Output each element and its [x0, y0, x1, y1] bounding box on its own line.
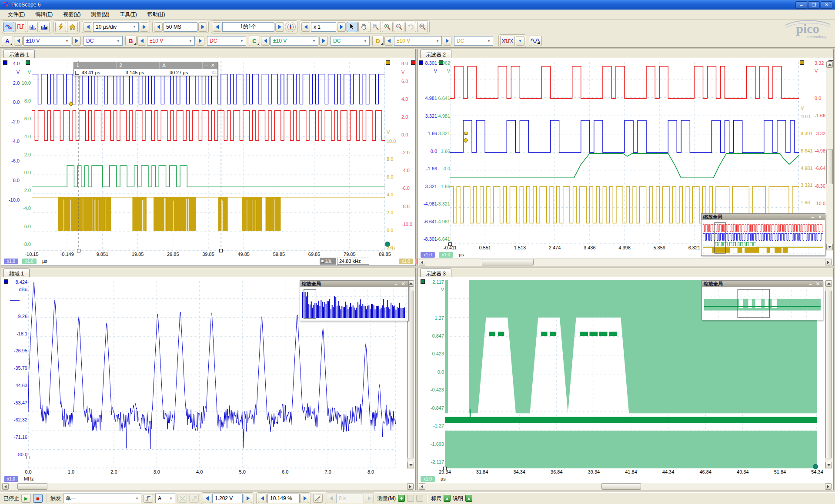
zoom-factor-prev-button[interactable]	[301, 22, 310, 32]
channel-a-range-prev[interactable]	[14, 36, 23, 46]
spectrum1-hscroll-thumb[interactable]	[17, 483, 47, 490]
zoom-overview-canvas[interactable]	[302, 289, 407, 319]
rulers-toggle-button[interactable]: ▲	[444, 495, 451, 502]
persistence-mode-button[interactable]	[15, 22, 26, 32]
zoom-full-tool-button[interactable]: 100	[417, 22, 428, 32]
channel-c-button[interactable]: C	[249, 36, 260, 46]
scroll-arrow-l[interactable]	[2, 483, 9, 490]
menu-measure[interactable]: 测量(M)	[87, 10, 114, 19]
stop-button[interactable]: ■	[33, 494, 43, 503]
scope2-vscroll-thumb[interactable]	[826, 149, 833, 184]
time-ruler-handle[interactable]	[77, 249, 80, 252]
segment-prev-button[interactable]	[213, 22, 221, 32]
zoom-overview-window[interactable]: 缩放全局– ✕	[300, 280, 409, 321]
channel-d-range-next[interactable]	[443, 36, 451, 46]
tab-scope3[interactable]: 示波器 3	[420, 269, 451, 277]
notes-toggle-button[interactable]: ▲	[465, 495, 472, 502]
channel-b-button[interactable]: B	[125, 36, 137, 46]
scroll-arrow-d[interactable]	[826, 244, 833, 250]
scope3-hscroll-thumb[interactable]	[601, 483, 641, 490]
ruler-tool-icon[interactable]	[313, 494, 323, 503]
minimize-button[interactable]: –	[795, 1, 807, 9]
tab-scope1[interactable]: 示波器 1	[3, 50, 35, 58]
scope-mode-button[interactable]	[3, 22, 14, 32]
channel-b-coupling-select[interactable]: DC▼	[207, 36, 246, 46]
scope3-vscroll-thumb[interactable]	[825, 291, 832, 458]
ruler-overlay-controls[interactable]: – ✕	[203, 62, 217, 69]
math-channels-button[interactable]	[529, 36, 542, 46]
persistence-spectrum-mode-button[interactable]	[39, 22, 50, 32]
channel-b-range-next[interactable]	[196, 36, 204, 46]
scope1-plot-canvas[interactable]	[32, 61, 385, 251]
channel-d-button[interactable]: D	[372, 36, 384, 46]
spectrum1-hscrollbar[interactable]	[1, 483, 414, 490]
marquee-zoom-tool-button[interactable]	[370, 22, 381, 32]
channel-d-range-select[interactable]: ±10 V▼	[394, 36, 442, 46]
channel-b-range-select[interactable]: ±10 V▼	[147, 36, 195, 46]
select-tool-button[interactable]	[347, 22, 357, 32]
scroll-arrow-l[interactable]	[419, 259, 425, 265]
scroll-arrow-r[interactable]	[407, 483, 414, 490]
trigger-edge-icon[interactable]	[144, 494, 153, 503]
ruler-checkbox[interactable]	[75, 71, 79, 75]
ruler-readout-overlay[interactable]: 12Δ– ✕43.41 µs3.145 µs40.27 µs⚿	[73, 62, 218, 76]
menu-help[interactable]: 帮助(H)	[143, 10, 170, 19]
menu-tools[interactable]: 工具(T)	[115, 10, 141, 19]
timebase-prev-button[interactable]	[84, 22, 92, 32]
spectrum-corner-handle[interactable]	[27, 456, 30, 459]
segment-next-button[interactable]	[275, 22, 284, 32]
timebase-next-button[interactable]	[140, 22, 148, 32]
compass-button[interactable]	[285, 22, 296, 32]
timebase-select[interactable]: 10 µs/div▼	[93, 22, 139, 32]
scroll-arrow-r[interactable]	[825, 259, 832, 265]
maximize-button[interactable]: ❐	[808, 1, 820, 9]
channel-a-range-next[interactable]	[72, 36, 81, 46]
scroll-arrow-u[interactable]	[826, 61, 833, 68]
digital-inputs-icon[interactable]	[500, 36, 515, 46]
tab-spectrum1[interactable]: 频域 1	[3, 269, 30, 277]
channel-c-range-select[interactable]: ±10 V▼	[271, 36, 318, 46]
inverse-delta-chip[interactable]: 1/Δ	[320, 258, 336, 265]
digital-inputs-dropdown[interactable]: ▼	[516, 36, 524, 46]
scroll-arrow-d[interactable]	[825, 462, 832, 468]
pre-trigger-up[interactable]	[301, 494, 309, 503]
trigger-source-select[interactable]: A▼	[155, 494, 175, 503]
zoom-overview-window[interactable]: 缩放全局– ✕	[701, 213, 825, 256]
zoom-factor-next-button[interactable]	[337, 22, 346, 32]
trigger-level-input[interactable]: 1.202 V	[212, 494, 243, 503]
menu-edit[interactable]: 编辑(E)	[31, 10, 57, 19]
scroll-arrow-d[interactable]	[407, 462, 414, 468]
scroll-arrow-l[interactable]	[419, 483, 425, 490]
channel-a-button[interactable]: A	[2, 36, 13, 46]
scroll-arrow-u[interactable]	[825, 280, 832, 287]
trigger-level-up[interactable]	[244, 494, 252, 503]
segment-input[interactable]: 1的1个	[222, 22, 274, 32]
channel-d-coupling-select[interactable]: DC▼	[454, 36, 493, 46]
lock-icon[interactable]: ⚿	[212, 70, 217, 75]
zoom-overview-controls[interactable]: – ✕	[812, 214, 823, 220]
channel-d-range-prev[interactable]	[384, 36, 393, 46]
zoom-overview-canvas[interactable]	[703, 222, 823, 254]
zoom-overview-controls[interactable]: – ✕	[809, 281, 821, 287]
channel-a-range-select[interactable]: ±10 V▼	[23, 36, 71, 46]
samples-next-button[interactable]	[198, 22, 207, 32]
close-button[interactable]: ✕	[821, 1, 832, 9]
scope2-hscrollbar[interactable]	[418, 259, 832, 266]
scroll-arrow-r[interactable]	[825, 483, 832, 490]
samples-input[interactable]: 50 MS	[164, 22, 197, 32]
channel-c-coupling-select[interactable]: DC▼	[331, 36, 370, 46]
alarms-button[interactable]	[55, 22, 66, 32]
time-ruler-handle[interactable]	[219, 249, 223, 252]
channel-c-range-prev[interactable]	[261, 36, 270, 46]
trigger-level-down[interactable]	[203, 494, 211, 503]
samples-prev-button[interactable]	[154, 22, 163, 32]
add-measurement-button[interactable]: ✚	[398, 495, 405, 502]
trigger-mode-select[interactable]: 单一▼	[63, 494, 141, 503]
trigger-position-handle[interactable]	[443, 467, 447, 470]
tab-scope2[interactable]: 示波器 2	[420, 50, 451, 58]
trigger-level-marker[interactable]	[464, 132, 468, 135]
spectrum-mode-button[interactable]	[27, 22, 38, 32]
zoom-overview-window[interactable]: 缩放全局– ✕	[701, 280, 823, 320]
hand-tool-button[interactable]	[358, 22, 369, 32]
pre-trigger-down[interactable]	[258, 494, 267, 503]
